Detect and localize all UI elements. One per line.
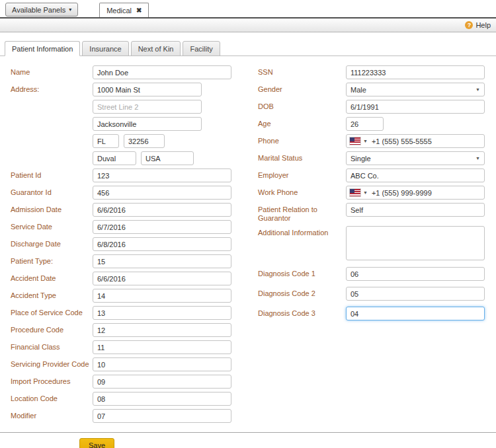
chevron-down-icon[interactable]: ▼: [363, 190, 368, 195]
gender-select[interactable]: Male ▼: [346, 83, 485, 96]
us-flag-icon: [350, 189, 360, 196]
phone-value: +1 (555) 555-5555: [372, 137, 432, 145]
guarantor-id-input[interactable]: [93, 186, 231, 200]
name-input[interactable]: [93, 65, 231, 79]
modifier-input[interactable]: [93, 409, 231, 423]
phone-input[interactable]: ▼ +1 (555) 555-5555: [346, 134, 485, 148]
chevron-down-icon: ▾: [69, 7, 71, 13]
tab-next-of-kin[interactable]: Next of Kin: [131, 41, 181, 56]
guarantor-id-label: Guarantor Id: [11, 186, 93, 197]
available-panels-button[interactable]: Available Panels ▾: [5, 3, 78, 17]
diagnosis-code-3-input[interactable]: [346, 307, 485, 320]
field-modifier: Modifier: [11, 409, 247, 423]
save-button[interactable]: Save: [79, 438, 114, 448]
accident-type-input[interactable]: [93, 289, 231, 303]
field-location-code: Location Code: [11, 392, 247, 406]
patient-type-label: Patient Type:: [11, 254, 93, 266]
field-discharge-date: Discharge Date: [11, 237, 247, 251]
medical-panel-tab[interactable]: Medical ✖: [99, 3, 149, 17]
age-label: Age: [258, 117, 346, 128]
diagnosis-code-1-input[interactable]: [346, 267, 485, 281]
field-address-city: [11, 117, 247, 131]
procedure-code-label: Procedure Code: [11, 323, 93, 334]
field-patient-id: Patient Id: [11, 168, 247, 182]
tab-facility[interactable]: Facility: [183, 41, 220, 56]
ssn-input[interactable]: [346, 65, 485, 79]
close-icon[interactable]: ✖: [136, 7, 142, 14]
field-servicing-provider-code: Servicing Provider Code: [11, 357, 247, 371]
field-place-of-service-code: Place of Service Code: [11, 306, 247, 320]
additional-information-textarea[interactable]: [346, 226, 485, 260]
medical-panel-window: Available Panels ▾ Medical ✖ ? Help Pati…: [0, 0, 496, 448]
field-address-street1: Address:: [11, 83, 247, 96]
discharge-date-input[interactable]: [93, 237, 231, 251]
modifier-label: Modifier: [11, 409, 93, 420]
tab-insurance[interactable]: Insurance: [82, 41, 128, 56]
age-input[interactable]: [346, 117, 384, 131]
address-zip-input[interactable]: [124, 134, 165, 148]
chevron-down-icon[interactable]: ▼: [363, 139, 368, 143]
dob-input[interactable]: [346, 100, 485, 114]
employer-label: Employer: [258, 168, 346, 180]
field-ssn: SSN: [258, 65, 496, 79]
field-guarantor-id: Guarantor Id: [11, 186, 247, 200]
service-date-label: Service Date: [11, 220, 93, 231]
address-spacer: [11, 100, 93, 102]
field-diagnosis-code-3: Diagnosis Code 3: [258, 307, 496, 320]
accident-type-label: Accident Type: [11, 289, 93, 300]
employer-input[interactable]: [346, 168, 485, 182]
location-code-input[interactable]: [93, 392, 231, 406]
location-code-label: Location Code: [11, 392, 93, 403]
work-phone-label: Work Phone: [258, 186, 346, 197]
gender-label: Gender: [258, 83, 346, 94]
work-phone-input[interactable]: ▼ +1 (555) 999-9999: [346, 186, 485, 200]
field-phone: Phone ▼ +1 (555) 555-5555: [258, 134, 496, 148]
ssn-label: SSN: [258, 65, 346, 77]
address-street2-input[interactable]: [93, 100, 202, 114]
import-procedures-input[interactable]: [93, 375, 231, 389]
additional-information-label: Additional Information: [258, 226, 346, 237]
form-right-column: SSN Gender Male ▼ DOB Age Phone: [247, 65, 496, 326]
patient-type-input[interactable]: [93, 254, 231, 268]
accident-date-label: Accident Date: [11, 272, 93, 283]
us-flag-icon: [350, 137, 360, 145]
field-work-phone: Work Phone ▼ +1 (555) 999-9999: [258, 186, 496, 200]
form-left-column: Name Address:: [11, 65, 247, 426]
dob-label: DOB: [258, 100, 346, 111]
accident-date-input[interactable]: [93, 272, 231, 285]
address-state-input[interactable]: [93, 134, 119, 148]
place-of-service-code-label: Place of Service Code: [11, 306, 93, 317]
chevron-down-icon: ▼: [475, 87, 480, 92]
field-service-date: Service Date: [11, 220, 247, 234]
panel-bar: Available Panels ▾ Medical ✖: [0, 0, 496, 19]
field-patient-relation: Patient Relation to Guarantor: [258, 203, 496, 223]
address-street1-input[interactable]: [93, 83, 202, 96]
gender-selected-value: Male: [351, 86, 366, 94]
field-import-procedures: Import Procedures: [11, 375, 247, 389]
field-gender: Gender Male ▼: [258, 83, 496, 96]
financial-class-input[interactable]: [93, 340, 231, 354]
diagnosis-code-2-input[interactable]: [346, 287, 485, 301]
service-date-input[interactable]: [93, 220, 231, 234]
diagnosis-code-1-label: Diagnosis Code 1: [258, 267, 346, 278]
tab-patient-information[interactable]: Patient Information: [5, 41, 80, 56]
work-phone-value: +1 (555) 999-9999: [372, 189, 432, 197]
field-diagnosis-code-2: Diagnosis Code 2: [258, 287, 496, 301]
patient-relation-input[interactable]: [346, 203, 485, 217]
field-financial-class: Financial Class: [11, 340, 247, 354]
procedure-code-input[interactable]: [93, 323, 231, 337]
servicing-provider-code-input[interactable]: [93, 357, 231, 371]
field-diagnosis-code-1: Diagnosis Code 1: [258, 267, 496, 281]
discharge-date-label: Discharge Date: [11, 237, 93, 248]
patient-relation-label: Patient Relation to Guarantor: [258, 203, 346, 223]
help-label: Help: [475, 21, 491, 29]
place-of-service-code-input[interactable]: [93, 306, 231, 320]
patient-id-input[interactable]: [93, 168, 231, 182]
medical-panel-tab-label: Medical: [106, 7, 132, 15]
address-country-input[interactable]: [141, 151, 194, 165]
admission-date-input[interactable]: [93, 203, 231, 217]
address-county-input[interactable]: [93, 151, 136, 165]
marital-status-select[interactable]: Single ▼: [346, 151, 485, 165]
help-button[interactable]: ? Help: [465, 21, 491, 29]
address-city-input[interactable]: [93, 117, 202, 131]
